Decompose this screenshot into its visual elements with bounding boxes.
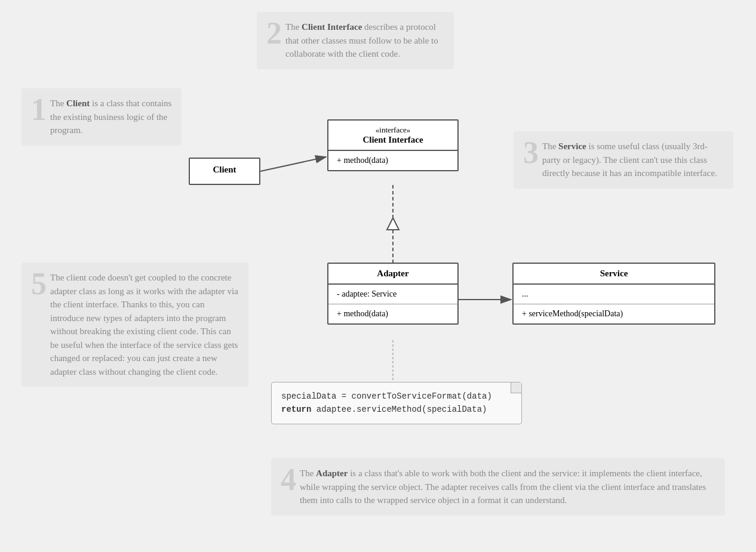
client-interface-box: «interface» Client Interface + method(da… [327, 119, 459, 171]
annotation-4-number: 4 [281, 464, 296, 495]
adapter-method: + method(data) [328, 304, 457, 323]
annotation-5-number: 5 [31, 269, 47, 300]
annotation-5-rest: The client code doesn't get coupled to t… [50, 273, 238, 377]
client-interface-method: + method(data) [328, 151, 457, 170]
code-line-1: specialData = convertToServiceFormat(dat… [281, 390, 512, 403]
code-return-keyword: return [281, 405, 311, 414]
annotation-3-text: The Service is some useful class (usuall… [542, 140, 724, 180]
client-title: Client [190, 159, 259, 181]
adapter-field: - adaptee: Service [328, 285, 457, 304]
annotation-5: 5 The client code doesn't get coupled to… [21, 263, 248, 387]
adapter-implements-triangle [387, 218, 399, 230]
client-to-interface-arrow [260, 157, 326, 171]
annotation-3-number: 3 [523, 137, 539, 168]
annotation-4: 4 The Adapter is a class that's able to … [271, 458, 725, 516]
service-box: Service ... + serviceMethod(specialData) [512, 263, 715, 325]
annotation-3-bold: Service [558, 141, 586, 151]
annotation-3: 3 The Service is some useful class (usua… [514, 131, 733, 189]
annotation-4-bold: Adapter [316, 468, 348, 478]
code-box: specialData = convertToServiceFormat(dat… [271, 382, 522, 424]
client-interface-stereotype: «interface» [337, 125, 449, 135]
service-method: + serviceMethod(specialData) [514, 304, 714, 323]
annotation-1-bold: Client [66, 98, 90, 108]
annotation-2-number: 2 [266, 18, 282, 49]
code-fold-icon [511, 383, 521, 393]
annotation-2: 2 The Client Interface describes a proto… [257, 12, 454, 69]
code-line-2: return adaptee.serviceMethod(specialData… [281, 403, 512, 416]
code-line-2-rest: adaptee.serviceMethod(specialData) [311, 405, 487, 414]
service-title: Service [514, 264, 714, 285]
diagram-container: 1 The Client is a class that contains th… [0, 0, 756, 552]
adapter-title: Adapter [328, 264, 457, 285]
annotation-5-text: The client code doesn't get coupled to t… [50, 271, 239, 378]
client-interface-title: «interface» Client Interface [328, 121, 457, 151]
annotation-1-text: The Client is a class that contains the … [50, 97, 172, 137]
annotation-1: 1 The Client is a class that contains th… [21, 88, 182, 146]
annotation-2-bold: Client Interface [302, 22, 362, 32]
annotation-2-text: The Client Interface describes a protoco… [285, 20, 444, 61]
annotation-4-text: The Adapter is a class that's able to wo… [300, 467, 715, 507]
annotation-1-number: 1 [31, 94, 47, 125]
service-field: ... [514, 285, 714, 304]
annotation-4-rest: is a class that's able to work with both… [300, 468, 706, 505]
adapter-box: Adapter - adaptee: Service + method(data… [327, 263, 459, 325]
client-box: Client [189, 158, 260, 185]
